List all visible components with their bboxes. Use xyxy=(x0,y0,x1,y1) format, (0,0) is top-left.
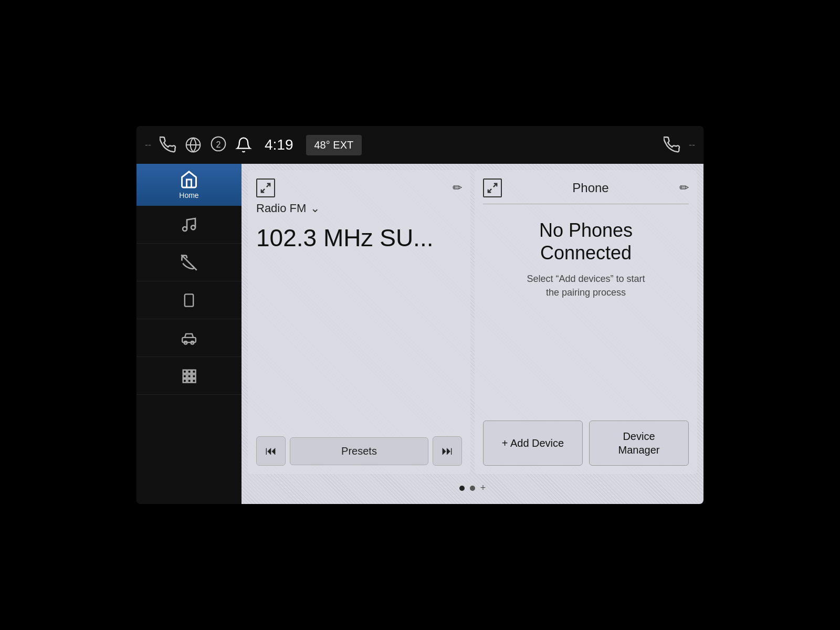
radio-expand-button[interactable] xyxy=(256,178,275,197)
main-layout: Home xyxy=(136,164,704,504)
bell-icon xyxy=(235,136,252,153)
sidebar-item-music[interactable] xyxy=(136,206,242,244)
svg-rect-14 xyxy=(183,374,186,377)
grid-icon xyxy=(181,368,197,384)
sidebar-item-apps[interactable] xyxy=(136,357,242,395)
radio-widget-header: ✏ xyxy=(256,178,462,197)
home-icon xyxy=(180,170,198,189)
phone-expand-button[interactable] xyxy=(483,178,502,197)
number-badge: 2 xyxy=(210,135,227,152)
radio-edit-button[interactable]: ✏ xyxy=(453,181,462,195)
no-phones-connected-text: No PhonesConnected xyxy=(483,219,689,264)
page-dot-1[interactable] xyxy=(459,486,465,491)
phone-widget-header: Phone ✏ xyxy=(483,178,689,204)
right-dash: -- xyxy=(689,140,695,151)
widget-area: ✏ Radio FM ⌄ 102.3 MHz SU... ⏮ Presets ⏭ xyxy=(242,164,704,504)
sidebar-item-phone[interactable] xyxy=(136,244,242,281)
phone-actions: + Add Device DeviceManager xyxy=(483,421,689,466)
svg-point-4 xyxy=(191,225,195,229)
temperature-display: 48° EXT xyxy=(306,135,362,155)
chevron-down-icon[interactable]: ⌄ xyxy=(310,202,320,215)
phone-widget-title: Phone xyxy=(572,181,608,195)
svg-rect-11 xyxy=(183,370,186,373)
radio-station-display: 102.3 MHz SU... xyxy=(256,224,462,252)
content-area: ✏ Radio FM ⌄ 102.3 MHz SU... ⏮ Presets ⏭ xyxy=(242,164,704,504)
radio-source-label: Radio FM xyxy=(256,202,306,215)
phone-icon xyxy=(160,136,176,153)
svg-rect-18 xyxy=(188,379,191,382)
mobile-icon xyxy=(182,292,196,309)
svg-rect-13 xyxy=(192,370,195,373)
svg-rect-19 xyxy=(192,379,195,382)
device-manager-button[interactable]: DeviceManager xyxy=(589,421,689,466)
music-icon xyxy=(181,216,197,233)
svg-rect-15 xyxy=(188,374,191,377)
sidebar-item-vehicle[interactable] xyxy=(136,319,242,357)
radio-widget: ✏ Radio FM ⌄ 102.3 MHz SU... ⏮ Presets ⏭ xyxy=(248,170,470,474)
home-label: Home xyxy=(179,191,198,200)
svg-point-3 xyxy=(183,227,187,231)
phone-handset-icon xyxy=(664,136,680,153)
next-track-button[interactable]: ⏭ xyxy=(433,436,462,466)
page-dot-2[interactable] xyxy=(470,486,475,491)
svg-rect-12 xyxy=(188,370,191,373)
expand-icon xyxy=(260,182,271,194)
presets-button[interactable]: Presets xyxy=(290,437,428,465)
globe-icon xyxy=(185,136,202,153)
infotainment-screen: -- 2 4:19 48° EXT -- xyxy=(136,126,704,504)
sidebar-item-mobile[interactable] xyxy=(136,281,242,319)
page-indicators: + xyxy=(248,478,697,498)
add-page-button[interactable]: + xyxy=(480,482,486,494)
phone-hint-text: Select “Add devices” to startthe pairing… xyxy=(483,272,689,299)
phone-expand-icon xyxy=(487,182,498,194)
clock: 4:19 xyxy=(265,136,293,153)
phone-widget: Phone ✏ No PhonesConnected Select “Add d… xyxy=(475,170,697,474)
radio-source-row: Radio FM ⌄ xyxy=(256,202,462,215)
status-bar: -- 2 4:19 48° EXT -- xyxy=(136,126,704,164)
svg-rect-16 xyxy=(192,374,195,377)
phone-off-icon xyxy=(181,254,197,271)
widgets-row: ✏ Radio FM ⌄ 102.3 MHz SU... ⏮ Presets ⏭ xyxy=(248,170,697,474)
prev-track-button[interactable]: ⏮ xyxy=(256,436,286,466)
sidebar: Home xyxy=(136,164,242,504)
sidebar-item-home[interactable]: Home xyxy=(136,164,242,206)
phone-edit-button[interactable]: ✏ xyxy=(679,181,689,195)
car-icon xyxy=(180,331,198,345)
radio-controls: ⏮ Presets ⏭ xyxy=(256,436,462,466)
left-dash: -- xyxy=(145,140,151,151)
add-device-button[interactable]: + Add Device xyxy=(483,421,583,466)
svg-text:2: 2 xyxy=(216,140,221,149)
svg-rect-17 xyxy=(183,379,186,382)
svg-rect-6 xyxy=(185,294,193,306)
